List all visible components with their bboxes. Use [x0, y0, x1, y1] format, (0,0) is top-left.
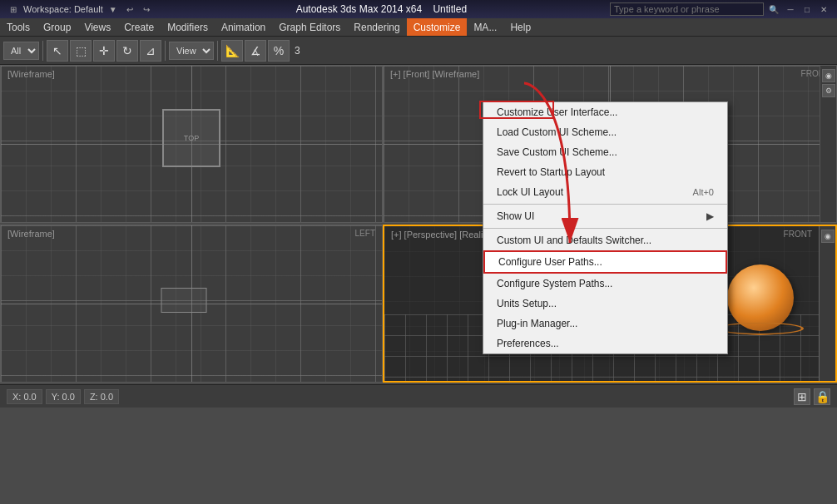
- snap-btn[interactable]: 📐: [221, 40, 243, 62]
- menu-item-label: Plug-in Manager...: [497, 318, 577, 329]
- search-input[interactable]: [610, 2, 764, 16]
- menu-bar: ToolsGroupViewsCreateModifiersAnimationG…: [0, 18, 837, 37]
- sphere-object: [727, 264, 794, 331]
- side-label: LEFT: [355, 229, 375, 238]
- menu-item-maxscript[interactable]: MA...: [467, 18, 503, 36]
- persp-front-label: FRONT: [784, 230, 812, 239]
- menu-item-plugin-manager[interactable]: Plug-in Manager...: [483, 314, 727, 334]
- menu-item-help[interactable]: Help: [503, 18, 537, 36]
- menu-item-custom-defaults[interactable]: Custom UI and Defaults Switcher...: [483, 230, 727, 250]
- status-bar: X: 0.0 Y: 0.0 Z: 0.0 ⊞ 🔒: [0, 384, 837, 408]
- menu-item-configure-user[interactable]: Configure User Paths...: [483, 250, 727, 274]
- viewport-label-tl: [Wireframe]: [7, 69, 55, 79]
- angle-snap-btn[interactable]: ∡: [245, 40, 266, 62]
- tb-separator-1: [42, 41, 43, 61]
- left-object: [161, 288, 206, 313]
- menu-item-label: Configure User Paths...: [498, 256, 602, 268]
- menu-item-modifiers[interactable]: Modifiers: [161, 18, 215, 36]
- undo-btn[interactable]: ↩: [123, 3, 136, 15]
- rotate-btn[interactable]: ↻: [116, 40, 138, 62]
- tb-separator-2: [165, 41, 166, 61]
- menu-separator: [483, 228, 727, 229]
- move-btn[interactable]: ✛: [93, 40, 115, 62]
- menu-item-preferences[interactable]: Preferences...: [483, 334, 727, 353]
- menu-item-label: Lock UI Layout: [497, 186, 563, 198]
- right-panel-br: ◉: [819, 226, 835, 381]
- menu-item-views[interactable]: Views: [77, 18, 117, 36]
- menu-item-label: Preferences...: [497, 338, 559, 349]
- redo-btn[interactable]: ↪: [140, 3, 153, 15]
- viewport-label-tr: [+] [Front] [Wireframe]: [390, 69, 479, 79]
- z-label: Z: 0.0: [84, 389, 119, 404]
- menu-item-label: Customize User Interface...: [497, 106, 617, 118]
- min-btn[interactable]: ─: [784, 3, 797, 15]
- submenu-arrow-icon: ▶: [706, 210, 714, 222]
- right-panel-strip: ◉ ⚙: [820, 66, 836, 222]
- menu-item-create[interactable]: Create: [117, 18, 161, 36]
- rp-btn-1[interactable]: ◉: [822, 69, 835, 82]
- workspace-label: Workspace: Default: [23, 4, 103, 14]
- menu-item-label: Configure System Paths...: [497, 278, 612, 289]
- viewport-label-bl: [Wireframe]: [7, 229, 55, 239]
- viewport-bottom-left[interactable]: [Wireframe] LEFT: [0, 225, 383, 383]
- menu-item-label: Load Custom UI Scheme...: [497, 126, 617, 138]
- close-btn[interactable]: ✕: [817, 3, 830, 15]
- menu-item-lock-ui[interactable]: Lock UI LayoutAlt+0: [483, 182, 727, 202]
- rp-btn-3[interactable]: ◉: [821, 230, 835, 243]
- toolbar: All ↖ ⬚ ✛ ↻ ⊿ View 📐 ∡ % 3: [0, 37, 837, 65]
- select-region-btn[interactable]: ⬚: [70, 40, 92, 62]
- menu-item-customize[interactable]: Customize: [407, 18, 468, 36]
- menu-item-load-ui[interactable]: Load Custom UI Scheme...: [483, 122, 727, 142]
- menu-item-animation[interactable]: Animation: [215, 18, 272, 36]
- menu-item-customize-ui[interactable]: Customize User Interface...: [483, 102, 727, 122]
- x-label: X: 0.0: [7, 389, 42, 404]
- menu-item-label: Save Custom UI Scheme...: [497, 146, 617, 158]
- num-label: 3: [291, 45, 304, 57]
- customize-dropdown-menu: Customize User Interface...Load Custom U…: [483, 101, 728, 354]
- grid-toggle-btn[interactable]: ⊞: [794, 388, 810, 405]
- workspace-dropdown[interactable]: ▼: [106, 3, 120, 15]
- menu-separator: [483, 204, 727, 205]
- view-dropdown[interactable]: View: [169, 42, 214, 60]
- y-label: Y: 0.0: [46, 389, 81, 404]
- menu-item-label: Show UI: [497, 210, 534, 222]
- title-bar: ⊞ Workspace: Default ▼ ↩ ↪ Autodesk 3ds …: [0, 0, 837, 18]
- menu-item-label: Revert to Startup Layout: [497, 166, 605, 178]
- viewport-top-left[interactable]: TOP [Wireframe]: [0, 65, 383, 223]
- menu-item-label: Units Setup...: [497, 298, 557, 309]
- tb-separator-3: [217, 41, 218, 61]
- title-bar-right: 🔍 ─ □ ✕: [610, 2, 830, 16]
- main-area: TOP [Wireframe] [+] [Front] [Wireframe] …: [0, 65, 837, 481]
- rp-btn-2[interactable]: ⚙: [822, 84, 835, 97]
- app-icon: ⊞: [7, 3, 20, 15]
- top-object: TOP: [162, 109, 220, 167]
- sphere-ring: [717, 323, 804, 335]
- menu-item-group[interactable]: Group: [37, 18, 77, 36]
- snap-toggle-btn[interactable]: 🔒: [814, 388, 830, 405]
- menu-item-configure-system[interactable]: Configure System Paths...: [483, 274, 727, 294]
- menu-item-show-ui[interactable]: Show UI▶: [483, 206, 727, 226]
- menu-item-label: Custom UI and Defaults Switcher...: [497, 235, 651, 246]
- max-btn[interactable]: □: [800, 3, 814, 15]
- app-title: Autodesk 3ds Max 2014 x64 Untitled: [296, 3, 467, 15]
- menu-item-graph-editors[interactable]: Graph Editors: [272, 18, 347, 36]
- select-btn[interactable]: ↖: [47, 40, 68, 62]
- menu-item-units-setup[interactable]: Units Setup...: [483, 294, 727, 314]
- percent-snap-btn[interactable]: %: [268, 40, 290, 62]
- title-bar-left: ⊞ Workspace: Default ▼ ↩ ↪: [7, 3, 153, 15]
- menu-item-revert[interactable]: Revert to Startup Layout: [483, 162, 727, 182]
- category-dropdown[interactable]: All: [3, 42, 39, 60]
- scale-btn[interactable]: ⊿: [140, 40, 161, 62]
- menu-item-rendering[interactable]: Rendering: [347, 18, 406, 36]
- search-icon[interactable]: 🔍: [767, 3, 780, 15]
- menu-shortcut: Alt+0: [693, 187, 714, 197]
- menu-item-tools[interactable]: Tools: [0, 18, 37, 36]
- menu-item-save-ui[interactable]: Save Custom UI Scheme...: [483, 142, 727, 162]
